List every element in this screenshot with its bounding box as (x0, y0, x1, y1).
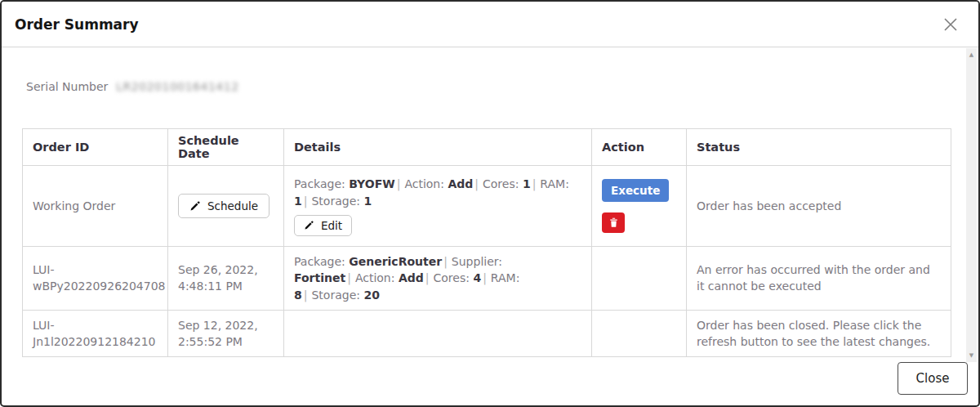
detail-value: BYOFW (349, 177, 394, 190)
detail-label: Package: (294, 177, 345, 190)
detail-value: 1 (523, 177, 531, 190)
detail-separator: | (302, 288, 312, 302)
pencil-icon (189, 201, 200, 212)
detail-value: Fortinet (294, 271, 345, 284)
table-row: LUI-Jn1l20220912184210 Sep 12, 2022, 2:5… (23, 310, 951, 357)
detail-separator: | (481, 271, 491, 284)
detail-value: 1 (363, 195, 372, 208)
detail-label: Action: (355, 271, 395, 284)
detail-label: Storage: (311, 288, 360, 302)
detail-separator: | (302, 195, 312, 208)
vertical-scrollbar[interactable]: ▲ ▼ (966, 48, 977, 362)
serial-number-label: Serial Number (26, 80, 108, 93)
schedule-date-cell: Sep 26, 2022, 4:48:11 PM (168, 247, 284, 311)
detail-value: 1 (294, 195, 302, 208)
execute-button[interactable]: Execute (602, 179, 669, 202)
action-cell (592, 247, 687, 311)
detail-separator: | (345, 271, 355, 284)
delete-button[interactable] (602, 212, 625, 233)
edit-button-label: Edit (321, 219, 342, 232)
detail-value: Add (399, 271, 424, 284)
orders-table: Order ID Schedule Date Details Action St… (22, 128, 951, 357)
schedule-button-label: Schedule (207, 199, 258, 212)
serial-number-row: Serial NumberLR20201001641412 (26, 80, 239, 93)
scroll-down-icon[interactable]: ▼ (966, 351, 977, 360)
status-cell: Order has been accepted (687, 166, 951, 247)
dialog-title: Order Summary (15, 16, 139, 33)
detail-label: Package: (294, 255, 345, 268)
dialog-header: Order Summary (2, 2, 978, 47)
table-row: LUI-wBPy20220926204708 Sep 26, 2022, 4:4… (23, 247, 951, 311)
detail-label: Cores: (483, 177, 519, 190)
detail-label: RAM: (491, 271, 520, 284)
detail-value: Add (448, 177, 473, 190)
edit-button[interactable]: Edit (294, 215, 352, 236)
header-action: Action (592, 129, 687, 166)
header-details: Details (284, 129, 592, 166)
details-cell (284, 310, 592, 357)
detail-separator: | (395, 177, 405, 190)
details-cell: Package: GenericRouter|Supplier: Fortine… (284, 247, 592, 311)
schedule-button[interactable]: Schedule (178, 194, 270, 218)
order-id-cell: LUI-wBPy20220926204708 (23, 247, 168, 311)
detail-value: 4 (473, 271, 481, 284)
close-x-icon[interactable] (939, 13, 962, 36)
status-cell: Order has been closed. Please click the … (687, 310, 951, 357)
order-summary-dialog: Order Summary Serial NumberLR20201001641… (0, 0, 980, 407)
close-button[interactable]: Close (898, 362, 968, 395)
detail-value: 8 (294, 288, 302, 302)
pencil-icon (304, 221, 314, 230)
action-cell (592, 310, 687, 357)
detail-separator: | (424, 271, 434, 284)
detail-value: 20 (363, 288, 379, 302)
schedule-date-cell: Schedule (168, 166, 284, 247)
scroll-up-icon[interactable]: ▲ (966, 51, 977, 59)
header-schedule-date: Schedule Date (168, 129, 284, 166)
serial-number-value: LR20201001641412 (116, 80, 238, 93)
header-order-id: Order ID (23, 129, 168, 166)
detail-value: GenericRouter (349, 255, 442, 268)
trash-icon (608, 217, 619, 228)
details-cell: Package: BYOFW|Action: Add|Cores: 1|RAM:… (284, 166, 592, 247)
order-id-cell: LUI-Jn1l20220912184210 (23, 310, 168, 357)
detail-label: Action: (404, 177, 444, 190)
detail-separator: | (531, 177, 541, 190)
header-status: Status (687, 129, 951, 166)
schedule-date-cell: Sep 12, 2022, 2:55:52 PM (168, 310, 284, 357)
table-header-row: Order ID Schedule Date Details Action St… (23, 129, 951, 166)
action-cell: Execute (592, 166, 687, 247)
detail-label: Supplier: (452, 255, 502, 268)
detail-separator: | (473, 177, 483, 190)
detail-label: RAM: (540, 177, 569, 190)
detail-separator: | (442, 255, 452, 268)
detail-label: Storage: (311, 195, 360, 208)
order-id-cell: Working Order (23, 166, 168, 247)
detail-label: Cores: (434, 271, 470, 284)
table-row: Working Order Schedule Package: BYOFW|Ac… (23, 166, 951, 247)
status-cell: An error has occurred with the order and… (687, 247, 951, 311)
